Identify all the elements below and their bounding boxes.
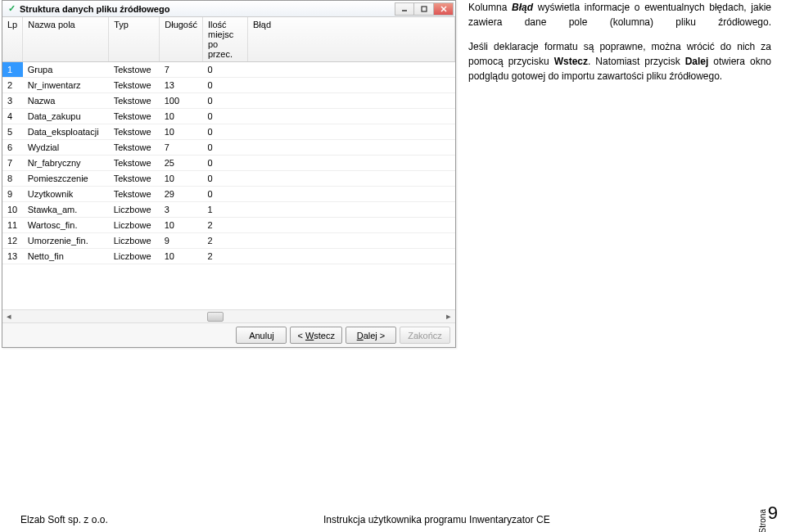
page-label: Strona <box>759 509 768 532</box>
app-icon: ✓ <box>6 3 17 15</box>
back-button[interactable]: < Wstecz <box>290 327 342 344</box>
table-row[interactable]: 1GrupaTekstowe70 <box>2 62 455 78</box>
dialog-window: ✓ Struktura danych pliku źródłowego Lp N… <box>2 0 456 348</box>
cell: Nr_fabryczny <box>23 156 109 171</box>
cell: 0 <box>203 171 248 187</box>
cell: Netto_fin <box>23 249 109 264</box>
cell-error <box>248 171 455 187</box>
cell-error <box>248 93 455 109</box>
scroll-thumb[interactable] <box>207 312 224 322</box>
cell: 6 <box>2 140 23 156</box>
cell: Tekstowe <box>109 124 160 140</box>
table-row[interactable]: 6WydzialTekstowe70 <box>2 140 455 156</box>
col-lp[interactable]: Lp <box>2 17 23 62</box>
cell: Liczbowe <box>109 218 160 233</box>
minimize-button[interactable] <box>395 2 414 16</box>
cell: 3 <box>2 93 23 109</box>
fields-table: Lp Nazwa pola Typ Długość Ilość miejsc p… <box>2 17 455 264</box>
cell-error <box>248 62 455 78</box>
cell: Liczbowe <box>109 249 160 264</box>
cell: Pomieszczenie <box>23 171 109 187</box>
page-number: 9 <box>768 503 778 523</box>
cell-error <box>248 109 455 124</box>
cell: Data_zakupu <box>23 109 109 124</box>
col-decimals[interactable]: Ilość miejsc po przec. <box>203 17 248 62</box>
close-button[interactable] <box>434 2 454 16</box>
cancel-button[interactable]: Anuluj <box>236 327 287 344</box>
cell: 10 <box>160 249 203 264</box>
cell: 9 <box>2 187 23 202</box>
cell: 11 <box>2 218 23 233</box>
cell: 2 <box>203 233 248 249</box>
cell: 0 <box>203 124 248 140</box>
table-row[interactable]: 3NazwaTekstowe1000 <box>2 93 455 109</box>
cell-error <box>248 202 455 218</box>
table-row[interactable]: 8PomieszczenieTekstowe100 <box>2 171 455 187</box>
cell: Tekstowe <box>109 78 160 93</box>
cell-error <box>248 124 455 140</box>
table-row[interactable]: 5Data_eksploatacjiTekstowe100 <box>2 124 455 140</box>
cell: 2 <box>203 249 248 264</box>
cell: 0 <box>203 187 248 202</box>
table-row[interactable]: 4Data_zakupuTekstowe100 <box>2 109 455 124</box>
col-error[interactable]: Błąd <box>248 17 455 62</box>
col-type[interactable]: Typ <box>109 17 160 62</box>
maximize-button[interactable] <box>414 2 434 16</box>
finish-button: Zakończ <box>400 327 450 344</box>
scroll-right-icon[interactable]: ▸ <box>442 311 455 322</box>
col-name[interactable]: Nazwa pola <box>23 17 109 62</box>
table-header-row: Lp Nazwa pola Typ Długość Ilość miejsc p… <box>2 17 455 62</box>
cell-error <box>248 249 455 264</box>
cell: 8 <box>2 171 23 187</box>
table-row[interactable]: 13Netto_finLiczbowe102 <box>2 249 455 264</box>
cell: Umorzenie_fin. <box>23 233 109 249</box>
cell: 1 <box>203 202 248 218</box>
cell: Tekstowe <box>109 156 160 171</box>
cell: 3 <box>160 202 203 218</box>
horizontal-scrollbar[interactable]: ◂ ▸ <box>2 309 455 322</box>
next-button[interactable]: Dalej > <box>346 327 396 344</box>
cell: Stawka_am. <box>23 202 109 218</box>
cell: 10 <box>2 202 23 218</box>
cell: Tekstowe <box>109 171 160 187</box>
cell: Nr_inwentarz <box>23 78 109 93</box>
table-row[interactable]: 2Nr_inwentarzTekstowe130 <box>2 78 455 93</box>
cell: Tekstowe <box>109 62 160 78</box>
table-container: Lp Nazwa pola Typ Długość Ilość miejsc p… <box>2 17 455 309</box>
cell: Wartosc_fin. <box>23 218 109 233</box>
cell: 0 <box>203 93 248 109</box>
cell-error <box>248 78 455 93</box>
cell: 2 <box>2 78 23 93</box>
cell-error <box>248 233 455 249</box>
table-row[interactable]: 7Nr_fabrycznyTekstowe250 <box>2 156 455 171</box>
col-length[interactable]: Długość <box>160 17 203 62</box>
cell: Grupa <box>23 62 109 78</box>
cell: 13 <box>160 78 203 93</box>
window-controls <box>395 2 454 16</box>
cell: 10 <box>160 109 203 124</box>
cell: 0 <box>203 140 248 156</box>
cell: Liczbowe <box>109 202 160 218</box>
cell: 10 <box>160 124 203 140</box>
cell: 13 <box>2 249 23 264</box>
cell: 100 <box>160 93 203 109</box>
scroll-left-icon[interactable]: ◂ <box>2 311 16 322</box>
cell: 0 <box>203 109 248 124</box>
scroll-track[interactable] <box>16 311 442 322</box>
table-row[interactable]: 12Umorzenie_fin.Liczbowe92 <box>2 233 455 249</box>
table-row[interactable]: 9UzytkownikTekstowe290 <box>2 187 455 202</box>
titlebar[interactable]: ✓ Struktura danych pliku źródłowego <box>2 1 455 17</box>
cell: 9 <box>160 233 203 249</box>
table-row[interactable]: 10Stawka_am.Liczbowe31 <box>2 202 455 218</box>
cell-error <box>248 156 455 171</box>
cell: 0 <box>203 156 248 171</box>
svg-rect-1 <box>422 7 427 11</box>
window-title: Struktura danych pliku źródłowego <box>20 4 395 14</box>
cell: 5 <box>2 124 23 140</box>
paragraph-1: Kolumna Błąd wyświetla informacje o ewen… <box>468 0 771 29</box>
cell-error <box>248 140 455 156</box>
cell: 12 <box>2 233 23 249</box>
cell: 7 <box>160 62 203 78</box>
paragraph-2: Jeśli deklaracje formatu są poprawne, mo… <box>468 39 771 83</box>
table-row[interactable]: 11Wartosc_fin.Liczbowe102 <box>2 218 455 233</box>
